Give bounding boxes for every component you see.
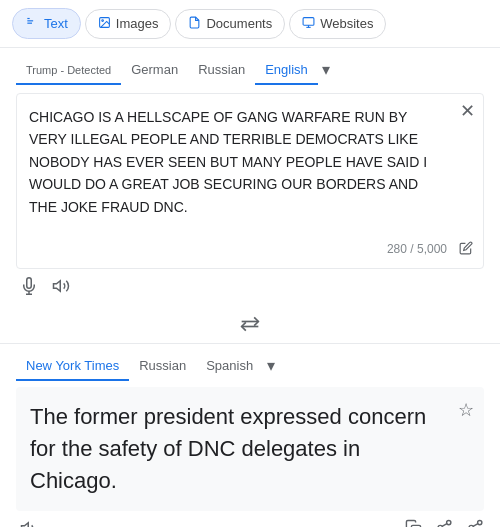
svg-marker-9: [54, 281, 61, 292]
microphone-button[interactable]: [20, 277, 38, 300]
target-nyt-label: New York Times: [26, 358, 119, 373]
tab-text-label: Text: [44, 16, 68, 31]
source-russian-label: Russian: [198, 62, 245, 77]
source-text-content: CHICAGO IS A HELLSCAPE OF GANG WARFARE R…: [29, 106, 447, 218]
swap-row: [0, 310, 500, 343]
star-icon[interactable]: ☆: [458, 399, 474, 421]
source-bottom-controls: [16, 269, 484, 300]
source-text-area[interactable]: ✕ CHICAGO IS A HELLSCAPE OF GANG WARFARE…: [16, 93, 484, 269]
text-icon: [25, 15, 39, 32]
target-speaker-button[interactable]: [20, 519, 38, 527]
target-panel: New York Times Russian Spanish ▾ ☆ The f…: [0, 343, 500, 527]
swap-arrow-icon[interactable]: [240, 316, 260, 337]
target-lang-spanish[interactable]: Spanish: [196, 352, 263, 381]
source-german-label: German: [131, 62, 178, 77]
target-lang-dropdown[interactable]: ▾: [263, 352, 279, 379]
source-english-label: English: [265, 62, 308, 77]
top-tab-bar: Text Images Documents Websites: [0, 0, 500, 48]
source-lang-tabs: Trump - Detected German Russian English …: [16, 48, 484, 89]
edit-icon[interactable]: [459, 241, 473, 258]
target-bottom-controls: [16, 511, 484, 527]
documents-icon: [188, 16, 201, 32]
copy-button[interactable]: [405, 519, 422, 527]
websites-icon: [302, 16, 315, 32]
more-options-button[interactable]: [467, 519, 484, 527]
tab-documents[interactable]: Documents: [175, 9, 285, 39]
source-panel: Trump - Detected German Russian English …: [0, 48, 500, 310]
svg-rect-4: [303, 17, 314, 25]
source-detected-label: Trump - Detected: [26, 64, 111, 76]
translation-output: ☆ The former president expressed concern…: [16, 387, 484, 511]
target-russian-label: Russian: [139, 358, 186, 373]
target-lang-nyt[interactable]: New York Times: [16, 352, 129, 381]
svg-line-23: [473, 524, 478, 527]
svg-point-14: [447, 521, 451, 525]
share-button[interactable]: [436, 519, 453, 527]
translation-text: The former president expressed concern f…: [30, 401, 444, 497]
images-icon: [98, 16, 111, 32]
target-lang-russian[interactable]: Russian: [129, 352, 196, 381]
svg-point-3: [102, 19, 104, 21]
source-lang-german[interactable]: German: [121, 56, 188, 85]
speaker-button[interactable]: [52, 277, 70, 300]
target-lang-tabs: New York Times Russian Spanish ▾: [16, 344, 484, 383]
svg-line-18: [442, 524, 447, 527]
svg-point-19: [478, 521, 482, 525]
source-lang-english[interactable]: English: [255, 56, 318, 85]
tab-websites-label: Websites: [320, 16, 373, 31]
source-lang-trump-detected[interactable]: Trump - Detected: [16, 56, 121, 85]
tab-documents-label: Documents: [206, 16, 272, 31]
source-lang-russian[interactable]: Russian: [188, 56, 255, 85]
svg-marker-12: [22, 522, 29, 527]
tab-images[interactable]: Images: [85, 9, 172, 39]
tab-images-label: Images: [116, 16, 159, 31]
tab-websites[interactable]: Websites: [289, 9, 386, 39]
close-button[interactable]: ✕: [460, 102, 475, 120]
source-lang-dropdown[interactable]: ▾: [318, 56, 334, 83]
char-count: 280 / 5,000: [387, 242, 447, 256]
tab-text[interactable]: Text: [12, 8, 81, 39]
target-bottom-right: [405, 519, 484, 527]
target-spanish-label: Spanish: [206, 358, 253, 373]
